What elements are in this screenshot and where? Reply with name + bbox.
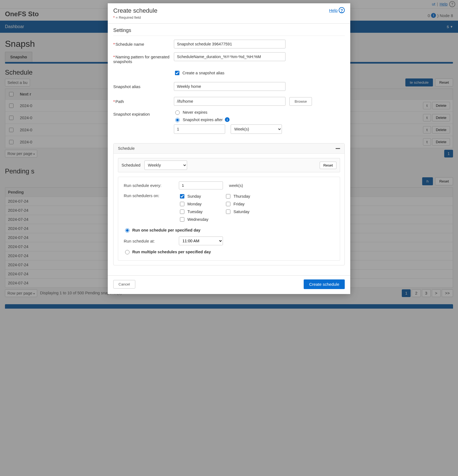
schedule-reset-button[interactable]: Reset	[320, 162, 336, 169]
day-label: Wednesday	[187, 217, 208, 222]
path-input[interactable]	[174, 97, 285, 106]
expires-value-input[interactable]	[174, 124, 225, 134]
run-every-unit: week(s)	[229, 183, 243, 188]
run-at-select[interactable]: 11:00 AM	[179, 236, 223, 245]
day-label: Friday	[233, 202, 244, 206]
create-alias-checkbox[interactable]	[175, 71, 179, 75]
snapshot-alias-label: Snapshot alias	[113, 82, 174, 89]
day-saturday-checkbox[interactable]	[226, 210, 230, 214]
create-schedule-submit-button[interactable]: Create schedule	[304, 279, 345, 289]
day-label: Thursday	[233, 194, 250, 198]
expires-after-radio[interactable]	[175, 118, 180, 122]
run-one-radio[interactable]	[125, 228, 130, 233]
modal-overlay: Create schedule * = Required field Help …	[0, 0, 458, 314]
browse-button[interactable]: Browse	[289, 97, 312, 106]
day-friday-checkbox[interactable]	[226, 202, 230, 206]
required-field-note: * = Required field	[113, 15, 157, 20]
help-icon: ?	[339, 7, 345, 13]
run-every-input[interactable]	[179, 181, 223, 189]
day-tuesday-checkbox[interactable]	[180, 210, 184, 214]
create-schedule-modal: Create schedule * = Required field Help …	[108, 3, 350, 294]
day-label: Saturday	[233, 210, 249, 214]
run-on-label: Run schedulers on:	[124, 193, 179, 198]
snapshot-alias-input[interactable]	[174, 82, 285, 91]
path-label: *Path	[113, 97, 174, 104]
scheduled-label: Scheduled	[122, 163, 141, 167]
modal-help-link[interactable]: Help ?	[329, 7, 345, 13]
run-every-label: Run schedule every:	[124, 183, 179, 188]
settings-heading: Settings	[108, 24, 350, 36]
expires-unit-select[interactable]: Week(s)	[231, 124, 282, 134]
day-monday-checkbox[interactable]	[180, 202, 184, 206]
naming-pattern-label: *Naming pattern for generated snapshots	[113, 52, 174, 64]
never-expires-label: Never expires	[183, 110, 207, 115]
run-multi-radio[interactable]	[125, 250, 130, 254]
run-at-label: Run schedule at:	[124, 239, 179, 243]
run-multi-label: Run multiple schedules per specified day	[132, 250, 211, 254]
day-label: Tuesday	[187, 210, 203, 214]
cancel-button[interactable]: Cancel	[113, 280, 135, 289]
info-icon[interactable]: i	[225, 117, 230, 122]
schedule-panel: Schedule Scheduled Weekly Reset Run sche	[113, 143, 345, 265]
day-thursday-checkbox[interactable]	[226, 194, 230, 198]
expires-after-label: Snapshot expires after	[183, 118, 223, 122]
naming-pattern-input[interactable]	[174, 52, 285, 61]
schedule-name-label: *Schedule name	[113, 40, 174, 47]
schedule-panel-title: Schedule	[118, 146, 134, 151]
schedule-name-input[interactable]	[174, 40, 285, 48]
expiration-label: Snapshot expiration	[113, 110, 174, 116]
scheduled-select[interactable]: Weekly	[144, 161, 187, 170]
never-expires-radio[interactable]	[175, 110, 180, 115]
day-label: Sunday	[187, 194, 201, 198]
day-label: Monday	[187, 202, 202, 206]
modal-title: Create schedule	[113, 7, 157, 14]
create-alias-label: Create a snapshot alias	[182, 71, 224, 75]
run-one-label: Run one schedule per specified day	[132, 228, 200, 232]
day-wednesday-checkbox[interactable]	[180, 217, 184, 222]
day-sunday-checkbox[interactable]	[180, 194, 184, 198]
collapse-icon[interactable]	[336, 148, 340, 149]
